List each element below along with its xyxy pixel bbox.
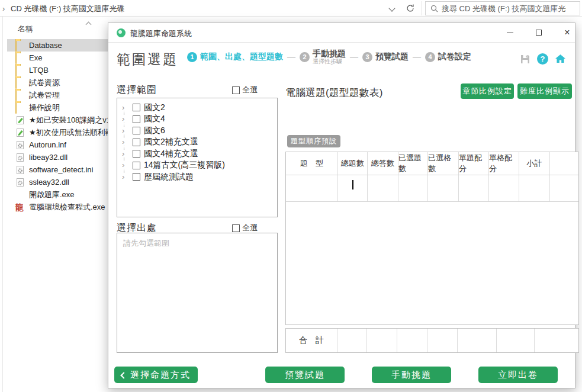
- search-input[interactable]: [442, 4, 566, 13]
- address-dropdown-icon[interactable]: [388, 5, 395, 11]
- file-row[interactable]: Exe: [7, 52, 108, 64]
- breadcrumb[interactable]: CD 光碟機 (F:) 技高國文題庫光碟: [11, 4, 125, 14]
- step-dash: —: [413, 52, 421, 62]
- file-row[interactable]: software_detect.ini: [7, 163, 108, 176]
- expand-chevron-icon[interactable]: ›: [122, 127, 129, 134]
- file-row[interactable]: 操作說明: [7, 101, 108, 114]
- sort-ascending-icon[interactable]: [86, 22, 92, 28]
- folder-icon: [15, 91, 25, 100]
- table-input-row: [286, 175, 578, 202]
- maximize-button[interactable]: [529, 23, 549, 42]
- cell-selected-questions[interactable]: [398, 175, 428, 202]
- generate-paper-button[interactable]: 立即出卷: [478, 367, 558, 383]
- expand-chevron-icon[interactable]: ›: [122, 104, 129, 111]
- home-icon[interactable]: [554, 53, 567, 65]
- tree-checkbox[interactable]: [133, 115, 140, 123]
- tree-item[interactable]: ›國文6: [117, 125, 277, 137]
- folder-icon: [15, 66, 25, 75]
- range-select-all-checkbox[interactable]: [232, 86, 240, 94]
- text-cursor: [352, 180, 353, 189]
- back-to-method-button[interactable]: 選擇命題方式: [114, 367, 198, 383]
- header-question-type: 題 型: [286, 152, 338, 175]
- chapter-ratio-button[interactable]: 章節比例設定: [461, 83, 514, 99]
- refresh-icon[interactable]: [405, 3, 416, 14]
- tree-checkbox[interactable]: [133, 173, 140, 181]
- computer-selection-title: 電腦選題(題型題數表): [285, 86, 382, 99]
- file-row[interactable]: ssleay32.dll: [7, 176, 108, 188]
- cell-points-per-blank[interactable]: [489, 175, 519, 202]
- total-cell: [427, 329, 458, 352]
- preview-questions-button[interactable]: 預覽試題: [265, 367, 345, 383]
- cell-points-per-question[interactable]: [459, 175, 489, 202]
- tree-checkbox[interactable]: [133, 139, 140, 146]
- step-1-range[interactable]: 1 範圍、出處、題型題數: [187, 52, 283, 62]
- step-3-preview[interactable]: 3 預覽試題: [362, 52, 409, 62]
- file-row[interactable]: 開啟題庫.exe: [7, 188, 108, 201]
- tree-item[interactable]: ›國文2: [117, 102, 277, 114]
- header-selected-questions: 已選題數: [398, 152, 428, 175]
- cell-total-questions[interactable]: [338, 175, 368, 202]
- tree-checkbox[interactable]: [133, 162, 140, 169]
- minimize-button[interactable]: [500, 23, 520, 42]
- total-cell: [458, 329, 497, 352]
- file-row[interactable]: libeay32.dll: [7, 151, 108, 163]
- document-edit-icon: [15, 128, 25, 137]
- tree-checkbox[interactable]: [133, 127, 140, 134]
- cell-spacer: [550, 175, 578, 202]
- app-window: 龍騰題庫命題系統 × 範圍選題 1 範圍、出處、題型題數 — 2 手動挑題 選擇…: [108, 23, 575, 388]
- file-row[interactable]: Autorun.inf: [7, 139, 108, 151]
- nav-pane-divider: [2, 17, 3, 392]
- expand-chevron-icon[interactable]: ›: [122, 115, 129, 123]
- header-points-per-blank: 單格配分: [489, 152, 519, 175]
- tree-item[interactable]: ›國文2補充文選: [117, 137, 277, 149]
- close-button[interactable]: ×: [557, 23, 577, 42]
- expand-chevron-icon[interactable]: ›: [122, 139, 129, 146]
- total-row: 合 計: [285, 328, 579, 353]
- search-box[interactable]: [425, 1, 580, 15]
- file-row[interactable]: Database: [7, 39, 108, 52]
- dll-file-icon: [15, 153, 25, 162]
- cell-question-type[interactable]: [286, 175, 338, 202]
- header-subtotal: 小計: [519, 152, 550, 175]
- source-select-all-checkbox[interactable]: [232, 224, 240, 232]
- cell-selected-blanks[interactable]: [428, 175, 459, 202]
- tree-item[interactable]: ›國文4: [117, 114, 277, 126]
- tree-item[interactable]: ›歷屆統測試題: [117, 171, 277, 183]
- step-4-paper-setting[interactable]: 4 試卷設定: [425, 52, 471, 62]
- total-cell: [367, 329, 397, 352]
- expand-chevron-icon[interactable]: ›: [122, 162, 129, 169]
- cell-subtotal[interactable]: [519, 175, 550, 202]
- app-title-bar: 龍騰題庫命題系統 ×: [108, 23, 575, 43]
- tree-item[interactable]: ›14篇古文(高三複習版): [117, 160, 277, 172]
- source-select-all[interactable]: 全選: [232, 223, 258, 233]
- manual-pick-button[interactable]: 手動挑題: [372, 367, 451, 383]
- expand-chevron-icon[interactable]: ›: [122, 150, 129, 158]
- dragon-app-icon: 龍: [15, 203, 25, 212]
- file-row[interactable]: 試卷資源: [7, 76, 108, 89]
- range-select-all[interactable]: 全選: [232, 85, 258, 95]
- source-list-box[interactable]: 請先勾選範圍: [117, 233, 278, 353]
- help-icon[interactable]: ?: [536, 53, 549, 65]
- cell-total-answers[interactable]: [368, 175, 398, 202]
- total-cell: [337, 329, 367, 352]
- app-window-title: 龍騰題庫命題系統: [130, 28, 192, 39]
- explorer-address-bar: › CD 光碟機 (F:) 技高國文題庫光碟: [0, 0, 582, 17]
- file-row[interactable]: ★初次使用或無法順利執行: [7, 126, 108, 139]
- chevron-left-icon: [120, 372, 127, 378]
- expand-chevron-icon[interactable]: ›: [122, 173, 129, 181]
- file-row[interactable]: 龍電腦環境檢查程式.exe: [7, 201, 108, 213]
- file-row[interactable]: LTQB: [7, 64, 108, 76]
- column-header-name[interactable]: 名稱: [18, 24, 33, 34]
- tree-checkbox[interactable]: [133, 150, 140, 158]
- folder-icon: [15, 53, 25, 63]
- file-list: Database Exe LTQB 試卷資源 試卷管理 操作說明 ★如已安裝10…: [7, 39, 108, 213]
- file-row[interactable]: ★如已安裝108課綱之v1.0: [7, 114, 108, 126]
- save-icon[interactable]: [519, 53, 531, 65]
- type-order-preset-button[interactable]: 題型順序預設: [287, 135, 340, 147]
- range-tree: ›國文2 ›國文4 ›國文6 ›國文2補充文選 ›國文4補充文選 ›14篇古文(…: [117, 98, 278, 217]
- tree-item[interactable]: ›國文4補充文選: [117, 148, 277, 160]
- difficulty-ratio-button[interactable]: 難度比例顯示: [517, 83, 572, 99]
- tree-checkbox[interactable]: [133, 104, 140, 111]
- file-row[interactable]: 試卷管理: [7, 89, 108, 101]
- step-2-manual-pick[interactable]: 2 手動挑題 選擇性步驟: [300, 49, 346, 65]
